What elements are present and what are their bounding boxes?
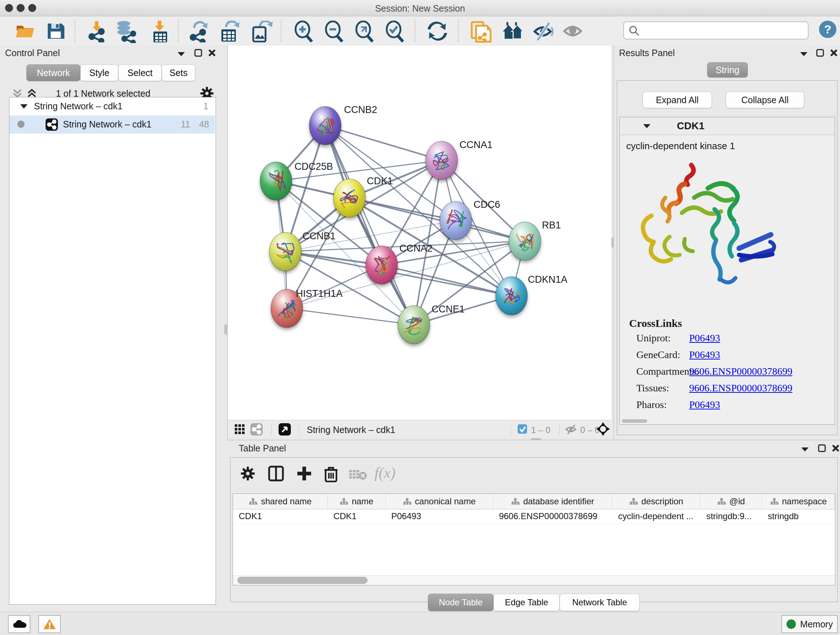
tab-sets[interactable]: Sets	[162, 65, 195, 81]
graph-node-CDC25B[interactable]: CDC25B	[260, 161, 333, 200]
table-panel-float-icon[interactable]	[818, 444, 826, 453]
crosslink-compartments-link[interactable]: 9606.ENSP00000378699	[689, 366, 792, 377]
grid-view-icon[interactable]	[234, 424, 245, 435]
fit-content-crosshair-icon[interactable]	[596, 422, 610, 436]
tab-style[interactable]: Style	[80, 65, 118, 81]
table-panel: Table Panel	[227, 440, 840, 612]
protein-structure-image	[630, 155, 801, 293]
results-panel-menu-icon[interactable]	[799, 51, 808, 57]
table-panel-menu-icon[interactable]	[800, 446, 810, 453]
import-network-database-icon[interactable]	[115, 21, 138, 43]
crosslink-genecard-link[interactable]: P06493	[689, 349, 720, 361]
table-settings-gear-icon[interactable]	[240, 466, 256, 481]
warnings-button[interactable]	[38, 615, 61, 633]
graph-node-CDC6[interactable]: CDC6	[440, 199, 500, 240]
graph-node-RB1[interactable]: RB1	[509, 220, 561, 260]
hidden-items-eye-icon[interactable]	[565, 424, 577, 435]
zoom-in-icon[interactable]	[294, 21, 315, 42]
show-graphics-icon[interactable]	[563, 21, 584, 42]
graph-node-HIST1H1A[interactable]: HIST1H1A	[271, 288, 343, 328]
add-column-icon[interactable]	[296, 466, 312, 481]
table-panel-close-icon[interactable]	[831, 444, 840, 453]
column-header--id[interactable]: @id	[700, 494, 762, 509]
collapse-all-button[interactable]: Collapse All	[726, 92, 804, 108]
zoom-fit-icon[interactable]	[355, 21, 376, 42]
network-canvas[interactable]: CCNB2CCNA1CDC25BCDK1CDC6RB1CCNB1CCNA2CDK…	[228, 46, 611, 420]
graph-edge-CCNE1-HIST1H1A[interactable]	[287, 309, 414, 325]
gene-expander-icon[interactable]	[642, 123, 652, 130]
apply-layout-icon[interactable]	[427, 21, 448, 42]
gene-section-header[interactable]: CDK1	[620, 117, 835, 135]
graph-node-CDKN1A[interactable]: CDKN1A	[496, 274, 568, 315]
crosslink-pharos-link[interactable]: P06493	[689, 399, 720, 410]
crosslink-uniprot-link[interactable]: P06493	[689, 333, 720, 344]
import-network-file-icon[interactable]	[87, 21, 109, 42]
table-cell[interactable]: P06493	[386, 509, 493, 524]
selected-nodes-checkbox-icon[interactable]	[517, 424, 527, 434]
column-header-database-identifier[interactable]: database identifier	[493, 494, 612, 509]
left-splitter-handle[interactable]	[224, 325, 227, 334]
table-cell[interactable]: cyclin-dependent ...	[613, 509, 701, 524]
expand-all-button[interactable]: Expand All	[643, 92, 712, 108]
section-hscroll-thumb[interactable]	[622, 419, 647, 423]
help-button[interactable]: ?	[819, 21, 836, 38]
string-documents-icon[interactable]	[470, 21, 493, 43]
zoom-selected-icon[interactable]	[385, 21, 406, 42]
export-network-icon[interactable]	[188, 21, 210, 42]
network-share-icon[interactable]	[250, 423, 263, 435]
collection-expander-icon[interactable]	[19, 103, 28, 110]
column-header-description[interactable]: description	[612, 494, 700, 509]
control-panel-float-icon[interactable]	[194, 49, 202, 57]
tab-edge-table[interactable]: Edge Table	[493, 594, 560, 611]
crosslink-tissues-link[interactable]: 9606.ENSP00000378699	[689, 382, 792, 394]
cloud-status-button[interactable]	[8, 615, 30, 633]
results-panel: Results Panel String Expand All Collapse…	[614, 46, 840, 440]
tab-node-table[interactable]: Node Table	[428, 594, 493, 611]
control-panel-close-icon[interactable]	[208, 49, 216, 57]
export-image-icon[interactable]	[250, 21, 273, 42]
tab-select[interactable]: Select	[118, 65, 162, 81]
table-cell[interactable]: CDK1	[328, 509, 386, 524]
network-view-toolbar: String Network – cdk1 1 – 0 0 – 0	[228, 420, 611, 438]
control-panel-menu-icon[interactable]	[177, 51, 186, 57]
gene-section: CDK1 cyclin-dependent kinase 1	[619, 117, 835, 424]
import-table-icon[interactable]	[150, 21, 171, 42]
zoom-out-icon[interactable]	[324, 21, 345, 42]
tab-network-table[interactable]: Network Table	[560, 594, 639, 611]
results-panel-close-icon[interactable]	[829, 49, 838, 57]
node-label-CDK1: CDK1	[367, 176, 393, 187]
results-panel-float-icon[interactable]	[816, 49, 824, 57]
search-input[interactable]	[643, 24, 804, 36]
table-cell[interactable]: 9606.ENSP00000378699	[493, 509, 613, 524]
collection-name: String Network – cdk1	[34, 101, 123, 111]
graph-node-CCNA1[interactable]: CCNA1	[426, 139, 493, 180]
column-header-canonical-name[interactable]: canonical name	[386, 494, 493, 509]
show-columns-icon[interactable]	[268, 466, 284, 481]
open-session-icon[interactable]	[14, 21, 35, 41]
hide-labels-icon[interactable]	[532, 21, 555, 42]
birdseye-view-icon[interactable]	[279, 423, 291, 435]
network-row[interactable]: String Network – cdk1 11 48	[9, 116, 215, 134]
table-cell[interactable]: CDK1	[233, 509, 328, 524]
tab-network[interactable]: Network	[27, 65, 80, 81]
network-collection-row[interactable]: String Network – cdk1 1	[9, 97, 215, 116]
column-header-shared-name[interactable]: shared name	[233, 494, 328, 509]
graph-edge-CCNB2-CCNA1[interactable]	[325, 126, 442, 160]
table-row[interactable]: CDK1CDK1P064939606.ENSP00000378699cyclin…	[233, 509, 835, 524]
houses-icon[interactable]	[501, 21, 524, 42]
table-cell[interactable]: stringdb:9...	[700, 509, 762, 524]
search-icon	[628, 25, 640, 36]
table-hscroll-thumb[interactable]	[237, 577, 368, 584]
memory-button[interactable]: Memory	[782, 615, 838, 633]
export-table-icon[interactable]	[218, 21, 241, 42]
tab-string-results[interactable]: String	[707, 62, 748, 78]
selected-counts: 1 – 0	[531, 425, 550, 435]
save-session-icon[interactable]	[46, 21, 66, 41]
graph-node-CCNE1[interactable]: CCNE1	[398, 304, 465, 344]
table-cell[interactable]: stringdb	[762, 509, 835, 524]
column-header-name[interactable]: name	[328, 494, 386, 509]
function-builder-icon[interactable]: f(x)	[374, 464, 395, 481]
delete-table-icon[interactable]	[348, 469, 367, 481]
column-header-namespace[interactable]: namespace	[762, 494, 835, 509]
delete-column-icon[interactable]	[324, 466, 338, 482]
